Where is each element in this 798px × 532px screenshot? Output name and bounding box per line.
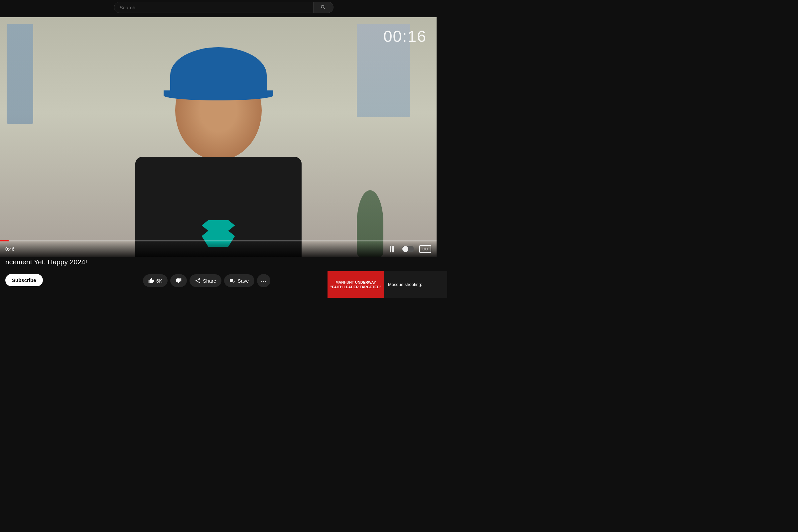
more-button[interactable]: ··· bbox=[257, 274, 270, 287]
search-bar bbox=[114, 2, 334, 13]
cap bbox=[170, 47, 267, 94]
more-dots-icon: ··· bbox=[261, 277, 266, 285]
video-thumbnail bbox=[0, 17, 437, 257]
pause-icon bbox=[390, 246, 394, 252]
news-card: MANHUNT UNDERWAY"FAITH LEADER TARGETED" … bbox=[327, 271, 447, 298]
save-button[interactable]: Save bbox=[224, 274, 254, 287]
video-actions-bar: 6K Share Save ··· bbox=[143, 274, 270, 287]
cc-button[interactable]: CC bbox=[419, 245, 431, 253]
video-player[interactable]: 00:16 0:46 CC bbox=[0, 17, 437, 257]
subscribe-area: Subscribe bbox=[5, 274, 43, 286]
video-controls: 0:46 CC bbox=[0, 241, 437, 257]
share-icon bbox=[195, 278, 201, 284]
thumbs-up-icon bbox=[148, 278, 154, 284]
share-button[interactable]: Share bbox=[190, 274, 222, 287]
subscribe-button[interactable]: Subscribe bbox=[5, 274, 43, 286]
news-card-description: Mosque shooting: bbox=[384, 279, 426, 290]
thumbs-down-icon bbox=[175, 278, 182, 284]
cap-brim bbox=[164, 91, 273, 100]
search-input-wrapper[interactable] bbox=[114, 2, 314, 13]
person-figure bbox=[135, 41, 302, 257]
search-bar-area bbox=[0, 0, 447, 15]
search-button[interactable] bbox=[314, 2, 334, 13]
video-title: ncement Yet. Happy 2024! bbox=[5, 258, 87, 266]
settings-toggle[interactable] bbox=[402, 246, 414, 252]
share-label: Share bbox=[203, 278, 216, 284]
search-icon bbox=[320, 4, 326, 10]
like-count: 6K bbox=[156, 278, 162, 284]
dislike-button[interactable] bbox=[170, 274, 187, 287]
news-card-headline: MANHUNT UNDERWAY"FAITH LEADER TARGETED" bbox=[330, 280, 381, 290]
time-elapsed: 0:46 bbox=[5, 246, 14, 252]
video-timer: 00:16 bbox=[383, 27, 426, 45]
search-input[interactable] bbox=[120, 5, 308, 10]
pause-button[interactable] bbox=[390, 246, 394, 252]
news-card-red-section: MANHUNT UNDERWAY"FAITH LEADER TARGETED" bbox=[327, 271, 384, 298]
save-label: Save bbox=[238, 278, 249, 284]
like-button[interactable]: 6K bbox=[143, 274, 168, 287]
bg-window-left bbox=[7, 24, 33, 124]
save-icon bbox=[229, 278, 235, 284]
person-head bbox=[172, 60, 265, 160]
